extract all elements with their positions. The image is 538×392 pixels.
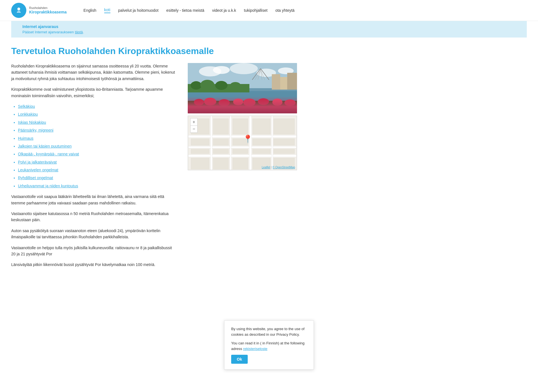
map-attribution: Leaflet | © OpenStreetMap bbox=[262, 166, 295, 169]
list-link-0[interactable]: Selkäkipu bbox=[18, 104, 35, 109]
list-item: Selkäkipu bbox=[18, 103, 177, 109]
list-item: Leukanivelen ongelmat bbox=[18, 167, 177, 173]
map-pin: 📍 bbox=[243, 135, 253, 143]
svg-rect-41 bbox=[272, 116, 273, 170]
list-item: Lonkkakipu bbox=[18, 111, 177, 117]
banner-text-content: Pääset Internet ajanvaraukseen bbox=[22, 30, 75, 34]
svg-rect-56 bbox=[274, 149, 294, 154]
list-link-5[interactable]: Jalkojen tai käsien puutuminen bbox=[18, 144, 71, 148]
list-link-4[interactable]: Huimaus bbox=[18, 136, 33, 141]
svg-rect-18 bbox=[280, 77, 287, 90]
list-link-7[interactable]: Polvi ja jalkaterävaivat bbox=[18, 160, 57, 164]
p6: Vastaanottolle on helppo tulla myös julk… bbox=[11, 245, 177, 257]
svg-point-33 bbox=[284, 99, 296, 106]
svg-rect-39 bbox=[230, 116, 231, 170]
p3: Vastaanottolle voit saapua lääkärin lähe… bbox=[11, 193, 177, 206]
svg-rect-2 bbox=[17, 12, 21, 13]
svg-point-30 bbox=[243, 99, 256, 106]
svg-point-26 bbox=[194, 99, 204, 106]
svg-point-0 bbox=[17, 8, 20, 10]
svg-rect-57 bbox=[191, 158, 209, 169]
list-link-1[interactable]: Lonkkakipu bbox=[18, 112, 38, 116]
nav-ota-yhteyta[interactable]: ota yhteytä bbox=[275, 8, 295, 13]
banner-title: Internet ajanvaraus bbox=[22, 24, 516, 29]
nav-videot[interactable]: videot ja u.k.k bbox=[212, 8, 236, 13]
svg-rect-48 bbox=[213, 139, 228, 145]
info-banner: Internet ajanvaraus Pääset Internet ajan… bbox=[11, 21, 527, 38]
main-container: Tervetuloa Ruoholahden Kiropraktikkoasem… bbox=[0, 43, 308, 284]
svg-point-22 bbox=[200, 80, 214, 90]
logo-brand-bottom: Kiropraktikkoasema bbox=[29, 10, 67, 15]
svg-rect-25 bbox=[188, 101, 297, 113]
list-link-2[interactable]: Iskias Niskakipu bbox=[18, 120, 46, 125]
list-link-3[interactable]: Päänsärky, migreeni bbox=[18, 128, 54, 132]
map-controls: + − bbox=[190, 118, 198, 133]
svg-point-24 bbox=[230, 82, 241, 90]
page-title: Tervetuloa Ruoholahden Kiropraktikkoasem… bbox=[11, 46, 297, 56]
nav-english[interactable]: English bbox=[84, 8, 96, 13]
svg-point-5 bbox=[213, 66, 230, 74]
site-photo bbox=[188, 63, 297, 113]
nav-koti[interactable]: koti bbox=[104, 8, 110, 13]
list-link-10[interactable]: Urheiluvammat ja niiden kuntoutus bbox=[18, 184, 78, 188]
list-item: Ryhdilliset ongelmat bbox=[18, 175, 177, 181]
list-item: Iskias Niskakipu bbox=[18, 119, 177, 125]
list-link-8[interactable]: Leukanivelen ongelmat bbox=[18, 168, 58, 172]
svg-rect-47 bbox=[191, 139, 209, 145]
services-list: Selkäkipu Lonkkakipu Iskias Niskakipu Pä… bbox=[18, 103, 177, 189]
svg-rect-37 bbox=[188, 155, 296, 157]
list-item: Polvi ja jalkaterävaivat bbox=[18, 159, 177, 165]
svg-point-32 bbox=[272, 99, 282, 106]
intro-p2: Kiropraktikkomme ovat valmistuneet yliop… bbox=[11, 86, 177, 99]
svg-rect-44 bbox=[233, 119, 248, 134]
svg-rect-43 bbox=[213, 119, 228, 134]
nav-palvelut[interactable]: palvelut ja hoitomuodot bbox=[118, 8, 159, 13]
map-container[interactable]: 📍 + − Leaflet | © OpenStreetMap bbox=[188, 116, 297, 170]
svg-rect-52 bbox=[191, 149, 209, 154]
svg-rect-1 bbox=[17, 11, 20, 11]
p7: Länsiväylää pitkin liikennöivät bussit p… bbox=[11, 262, 177, 268]
nav-tukipohjalliset[interactable]: tukipohjalliset bbox=[244, 8, 268, 13]
svg-rect-55 bbox=[253, 149, 270, 154]
svg-rect-19 bbox=[287, 73, 297, 90]
svg-rect-36 bbox=[188, 146, 296, 148]
svg-rect-51 bbox=[274, 139, 294, 145]
header: Ruoholahden Kiropraktikkoasema English k… bbox=[0, 0, 538, 21]
svg-point-27 bbox=[204, 98, 216, 106]
logo-text: Ruoholahden Kiropraktikkoasema bbox=[29, 6, 67, 15]
leaflet-link[interactable]: Leaflet bbox=[262, 166, 270, 169]
svg-rect-38 bbox=[210, 116, 212, 170]
content-layout: Ruoholahden Kiropraktikkoasema on sijain… bbox=[11, 63, 297, 272]
intro-p1: Ruoholahden Kiropraktikkoasema on sijain… bbox=[11, 63, 177, 82]
osm-link[interactable]: © OpenStreetMap bbox=[272, 166, 295, 169]
list-item: Urheiluvammat ja niiden kuntoutus bbox=[18, 183, 177, 189]
list-item: Jalkojen tai käsien puutuminen bbox=[18, 143, 177, 149]
list-link-6[interactable]: Olkapää-, kyynärpää-, ranne vaivat bbox=[18, 152, 79, 156]
svg-rect-54 bbox=[233, 149, 248, 154]
svg-rect-53 bbox=[213, 149, 228, 154]
list-item: Olkapää-, kyynärpää-, ranne vaivat bbox=[18, 151, 177, 157]
list-item: Päänsärky, migreeni bbox=[18, 127, 177, 133]
svg-point-29 bbox=[233, 99, 243, 105]
map-zoom-in[interactable]: + bbox=[190, 118, 198, 125]
content-left: Ruoholahden Kiropraktikkoasema on sijain… bbox=[11, 63, 177, 272]
nav-esittely[interactable]: esittely - tietoa meistä bbox=[166, 8, 204, 13]
map-zoom-out[interactable]: − bbox=[190, 125, 198, 133]
svg-point-23 bbox=[215, 81, 228, 90]
svg-rect-35 bbox=[188, 135, 296, 137]
logo-brand-top: Ruoholahden bbox=[29, 6, 67, 10]
logo-link[interactable]: Ruoholahden Kiropraktikkoasema bbox=[11, 3, 67, 18]
list-item: Huimaus bbox=[18, 135, 177, 141]
svg-point-31 bbox=[258, 98, 269, 105]
main-nav: English koti palvelut ja hoitomuodot esi… bbox=[84, 8, 294, 13]
svg-rect-50 bbox=[253, 139, 270, 145]
svg-point-6 bbox=[230, 63, 258, 74]
svg-rect-46 bbox=[274, 119, 294, 134]
svg-point-21 bbox=[191, 81, 202, 90]
svg-rect-45 bbox=[253, 119, 270, 134]
p5: Auton saa pysäköityä suoraan vastaanoton… bbox=[11, 228, 177, 240]
banner-link[interactable]: tästä bbox=[75, 30, 83, 34]
list-link-9[interactable]: Ryhdilliset ongelmat bbox=[18, 176, 53, 180]
p4: Vastaanotto sijaitsee katutasossa n 50 m… bbox=[11, 211, 177, 223]
banner-text: Pääset Internet ajanvaraukseen tästä. bbox=[22, 30, 516, 34]
